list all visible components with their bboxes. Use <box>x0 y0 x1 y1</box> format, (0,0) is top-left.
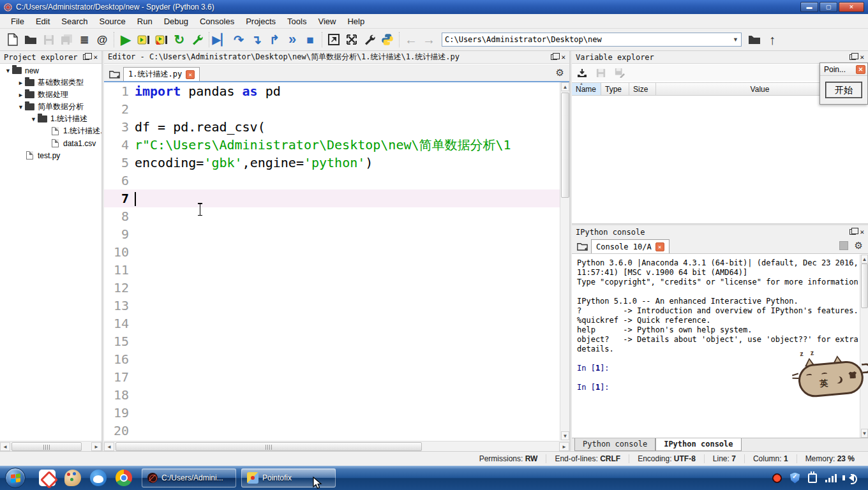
browse-tabs-button[interactable] <box>574 239 590 253</box>
code-line[interactable]: 1import pandas as pd <box>104 82 560 100</box>
editor-tab[interactable]: 1.统计描述.py ✕ <box>123 67 200 81</box>
project-horizontal-scrollbar[interactable]: ◄ ► <box>0 441 101 451</box>
maximize-pane-button[interactable] <box>325 31 343 48</box>
close-pane-icon[interactable]: ✕ <box>860 228 864 235</box>
menu-help[interactable]: Help <box>341 15 370 28</box>
tree-item[interactable]: data1.csv <box>0 137 101 149</box>
title-bar[interactable]: C:/Users/Administrator/Desktop/new - Spy… <box>0 0 868 14</box>
tree-item[interactable]: ▼new <box>0 64 101 77</box>
open-file-button[interactable] <box>22 31 40 48</box>
code-line[interactable]: 2 <box>104 100 560 118</box>
debug-continue-button[interactable]: » <box>283 31 301 48</box>
column-header-type[interactable]: Type <box>601 83 629 95</box>
pointofix-start-button[interactable]: 开始 <box>825 82 862 98</box>
power-plug-tray-icon[interactable] <box>808 473 817 483</box>
tree-expander-icon[interactable]: ▼ <box>29 116 38 122</box>
debug-file-button[interactable]: ▶▏ <box>212 31 230 48</box>
variable-table-body[interactable] <box>572 96 868 223</box>
tree-item[interactable]: ►基础数据类型 <box>0 77 101 89</box>
forward-button[interactable]: → <box>420 31 438 48</box>
tree-item[interactable]: ▼简单数据分析 <box>0 101 101 113</box>
undock-pane-icon[interactable] <box>849 229 856 235</box>
scroll-up-arrow[interactable]: ▲ <box>561 82 569 91</box>
code-line[interactable]: 19 <box>104 404 560 422</box>
import-data-button[interactable] <box>577 68 587 78</box>
pane-tab-ipython-console[interactable]: IPython console <box>655 438 741 451</box>
combo-dropdown-icon[interactable]: ▼ <box>730 36 738 43</box>
python-path-button[interactable] <box>378 31 396 48</box>
pointofix-mini-window[interactable]: Poin... ✕ 开始 <box>819 63 868 105</box>
code-line[interactable]: 18 <box>104 386 560 404</box>
code-line[interactable]: 4r"C:\Users\Administrator\Desktop\new\简单… <box>104 136 560 154</box>
code-line[interactable]: 16 <box>104 350 560 368</box>
column-header-name[interactable]: Name <box>572 83 601 95</box>
code-line[interactable]: 5encoding='gbk',engine='python') <box>104 154 560 172</box>
volume-tray-icon[interactable] <box>845 474 854 482</box>
network-signal-tray-icon[interactable] <box>825 473 837 482</box>
preferences-button[interactable] <box>361 31 378 48</box>
run-configuration-button[interactable] <box>188 31 206 48</box>
pane-tab-python-console[interactable]: Python console <box>574 438 655 451</box>
tree-expander-icon[interactable]: ► <box>17 92 25 98</box>
code-line[interactable]: 12 <box>104 279 560 297</box>
debug-stop-button[interactable]: ■ <box>301 31 319 48</box>
undock-pane-icon[interactable] <box>83 54 89 60</box>
browse-tabs-button[interactable] <box>107 67 122 81</box>
recording-tray-icon[interactable] <box>772 473 782 483</box>
tab-close-icon[interactable]: ✕ <box>186 70 195 79</box>
tree-item[interactable]: ▼1.统计描述 <box>0 113 101 125</box>
menu-source[interactable]: Source <box>94 15 131 28</box>
code-line[interactable]: 17 <box>104 368 560 386</box>
fullscreen-button[interactable] <box>343 31 361 48</box>
scroll-left-arrow[interactable]: ◄ <box>0 442 10 451</box>
console-options-icon[interactable]: ⚙ <box>855 240 863 251</box>
menu-edit[interactable]: Edit <box>30 15 56 28</box>
run-cell-advance-button[interactable] <box>153 31 170 48</box>
start-button[interactable] <box>5 468 26 488</box>
pointofix-titlebar[interactable]: Poin... ✕ <box>820 63 867 76</box>
code-line[interactable]: 6 <box>104 172 560 189</box>
close-pane-icon[interactable]: ✕ <box>860 54 864 61</box>
scrollbar-thumb[interactable] <box>11 442 82 451</box>
column-header-size[interactable]: Size <box>629 83 656 95</box>
scrollbar-thumb[interactable] <box>561 93 569 198</box>
debug-step-button[interactable]: ↷ <box>230 31 248 48</box>
back-button[interactable]: ← <box>402 31 420 48</box>
close-pane-icon[interactable]: ✕ <box>561 54 565 61</box>
editor-vertical-scrollbar[interactable]: ▲ ▼ <box>560 82 569 440</box>
scroll-down-arrow[interactable]: ▼ <box>861 429 868 438</box>
working-directory-combo[interactable]: C:\Users\Administrator\Desktop\new ▼ <box>442 33 742 47</box>
code-line[interactable]: 20 <box>104 422 560 440</box>
taskbar-app-red[interactable] <box>34 467 60 489</box>
tree-item[interactable]: test.py <box>0 149 101 161</box>
code-line[interactable]: 14 <box>104 315 560 332</box>
debug-step-into-button[interactable]: ↴ <box>248 31 266 48</box>
save-data-button[interactable] <box>596 68 606 78</box>
menu-tools[interactable]: Tools <box>281 15 312 28</box>
close-pane-icon[interactable]: ✕ <box>93 54 98 61</box>
editor-horizontal-scrollbar[interactable]: ◄ ► <box>104 441 569 451</box>
new-file-button[interactable] <box>4 31 22 48</box>
menu-search[interactable]: Search <box>56 15 93 28</box>
scroll-up-arrow[interactable]: ▲ <box>861 255 868 264</box>
undock-pane-icon[interactable] <box>849 54 856 60</box>
tree-expander-icon[interactable]: ▼ <box>4 68 12 74</box>
debug-step-return-button[interactable]: ↱ <box>266 31 283 48</box>
interrupt-kernel-button[interactable] <box>839 241 848 250</box>
tree-item[interactable]: 1.统计描述.py <box>0 125 101 137</box>
code-line[interactable]: 9 <box>104 225 560 243</box>
ime-language-badge[interactable]: 英 <box>819 378 829 390</box>
taskbar-app-chrome[interactable] <box>111 467 137 489</box>
save-data-as-button[interactable] <box>615 68 625 78</box>
moon-icon[interactable] <box>835 376 843 384</box>
taskbar-app-paint[interactable] <box>60 467 86 489</box>
save-button[interactable] <box>40 31 57 48</box>
save-all-button[interactable] <box>57 31 75 48</box>
code-line[interactable]: 11 <box>104 261 560 279</box>
run-file-button[interactable]: ▶ <box>117 31 135 48</box>
parent-directory-button[interactable]: ↑ <box>763 31 781 48</box>
tree-expander-icon[interactable]: ► <box>17 80 25 86</box>
shirt-icon[interactable] <box>848 371 857 379</box>
rerun-cell-button[interactable]: ↻ <box>170 31 188 48</box>
run-cell-button[interactable] <box>135 31 153 48</box>
